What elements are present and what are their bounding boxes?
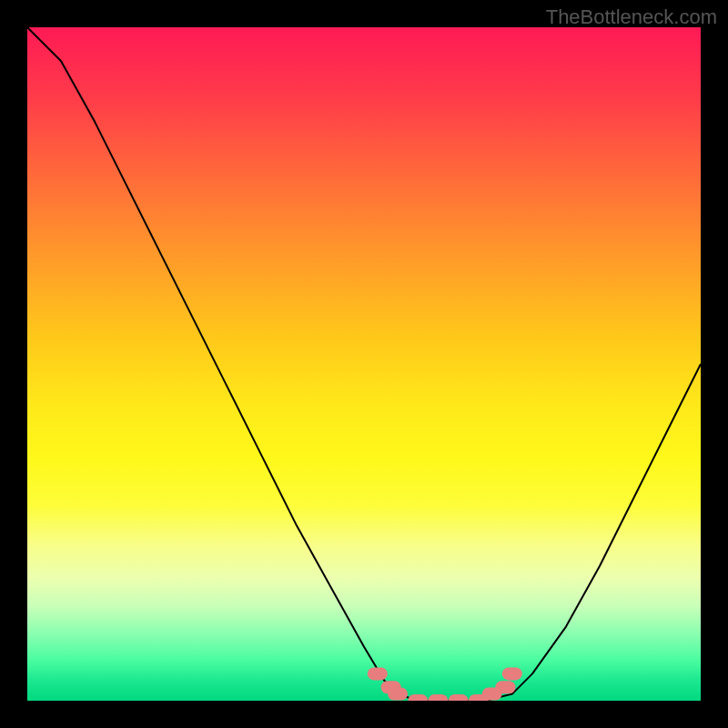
attribution-text: TheBottleneck.com — [546, 5, 717, 29]
bottleneck-curve — [27, 27, 701, 701]
chart-svg — [27, 27, 701, 701]
curve-path — [27, 27, 701, 701]
marker-dot — [449, 694, 469, 701]
marker-dot — [388, 688, 408, 701]
marker-dot — [428, 694, 448, 701]
marker-dot — [502, 667, 522, 680]
marker-dot — [368, 667, 388, 680]
marker-dot — [408, 694, 428, 701]
marker-dot — [495, 681, 515, 693]
optimal-markers — [368, 667, 522, 701]
plot-area — [27, 27, 701, 701]
